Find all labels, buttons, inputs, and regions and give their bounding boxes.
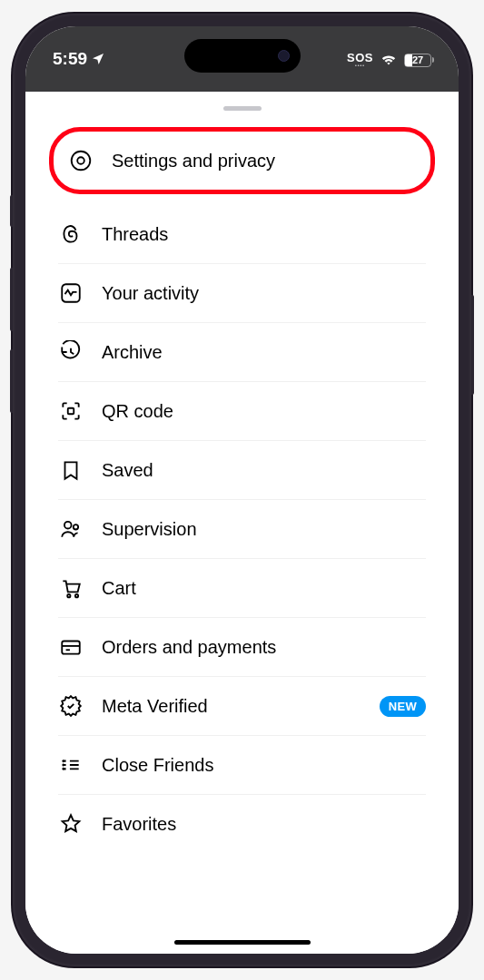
svg-rect-8	[62, 642, 80, 654]
menu-label: Threads	[102, 224, 426, 245]
menu-label: Meta Verified	[102, 696, 361, 717]
sheet-grabber[interactable]	[223, 106, 262, 111]
menu-item-threads[interactable]: Threads	[58, 205, 426, 264]
svg-rect-3	[68, 408, 74, 415]
activity-icon	[58, 280, 84, 306]
threads-icon	[58, 221, 84, 247]
menu-item-qr-code[interactable]: QR code	[58, 382, 426, 441]
svg-point-4	[64, 522, 72, 529]
menu-item-supervision[interactable]: Supervision	[58, 500, 426, 559]
mute-switch	[10, 195, 13, 227]
close-friends-icon	[58, 752, 84, 778]
menu-label: QR code	[102, 401, 426, 422]
verified-badge-icon	[58, 693, 84, 719]
menu-item-favorites[interactable]: Favorites	[58, 795, 426, 853]
svg-point-6	[67, 594, 70, 597]
new-badge: NEW	[380, 696, 426, 717]
phone-frame: 5:59 SOS •••• 27	[13, 14, 471, 966]
menu-item-archive[interactable]: Archive	[58, 323, 426, 382]
qr-code-icon	[58, 398, 84, 424]
gear-icon	[68, 148, 94, 173]
menu-label: Close Friends	[102, 755, 426, 776]
bookmark-icon	[58, 457, 84, 483]
menu-label: Favorites	[102, 814, 426, 835]
svg-point-5	[74, 524, 78, 529]
status-time: 5:59	[53, 49, 105, 69]
menu-item-cart[interactable]: Cart	[58, 559, 426, 618]
credit-card-icon	[58, 634, 84, 660]
menu-sheet: Settings and privacy Threads Your activi…	[25, 92, 459, 954]
supervision-icon	[58, 516, 84, 542]
cart-icon	[58, 575, 84, 601]
time-text: 5:59	[53, 49, 87, 69]
menu-label: Settings and privacy	[112, 151, 416, 172]
menu-label: Archive	[102, 342, 426, 363]
status-bar: 5:59 SOS •••• 27	[25, 26, 459, 92]
menu-item-settings-privacy[interactable]: Settings and privacy	[59, 135, 425, 186]
battery-percent: 27	[405, 54, 430, 65]
menu-list: Threads Your activity Archive	[25, 205, 459, 853]
battery-icon: 27	[404, 54, 431, 67]
power-button	[471, 295, 474, 395]
menu-label: Orders and payments	[102, 637, 426, 658]
menu-item-meta-verified[interactable]: Meta Verified NEW	[58, 677, 426, 736]
star-icon	[58, 811, 84, 837]
menu-item-orders-payments[interactable]: Orders and payments	[58, 618, 426, 677]
front-camera	[278, 50, 290, 62]
location-icon	[91, 52, 105, 66]
archive-icon	[58, 339, 84, 365]
menu-item-saved[interactable]: Saved	[58, 441, 426, 500]
menu-label: Cart	[102, 578, 426, 599]
menu-label: Saved	[102, 460, 426, 481]
volume-down-button	[10, 349, 13, 413]
svg-point-7	[75, 594, 78, 597]
menu-label: Supervision	[102, 519, 426, 540]
svg-point-0	[72, 152, 91, 171]
screen: 5:59 SOS •••• 27	[25, 26, 459, 954]
wifi-icon	[380, 54, 397, 66]
menu-item-close-friends[interactable]: Close Friends	[58, 736, 426, 795]
sos-indicator: SOS ••••	[347, 52, 373, 68]
highlight-annotation: Settings and privacy	[49, 127, 435, 194]
volume-up-button	[10, 268, 13, 331]
svg-point-1	[77, 157, 84, 164]
status-icons: SOS •••• 27	[347, 52, 431, 68]
menu-label: Your activity	[102, 283, 426, 304]
home-indicator[interactable]	[174, 940, 311, 945]
menu-item-your-activity[interactable]: Your activity	[58, 264, 426, 323]
dynamic-island	[184, 39, 301, 73]
